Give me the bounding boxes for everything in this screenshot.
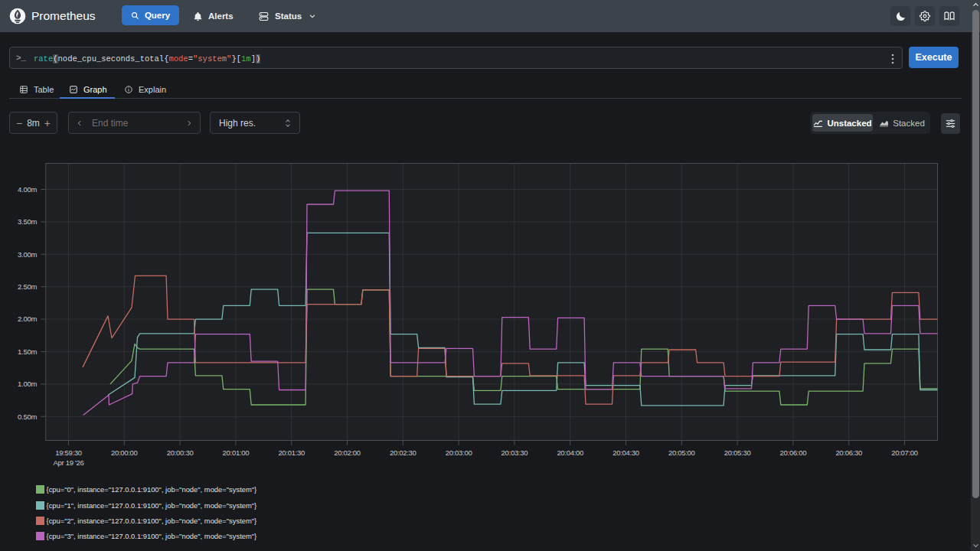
svg-text:20:03:00: 20:03:00: [446, 448, 472, 457]
svg-text:20:06:30: 20:06:30: [835, 448, 862, 457]
svg-text:3.00m: 3.00m: [18, 250, 37, 259]
svg-text:20:02:00: 20:02:00: [334, 448, 361, 457]
svg-text:3.50m: 3.50m: [18, 217, 37, 226]
svg-text:20:05:30: 20:05:30: [724, 448, 751, 457]
svg-text:1.50m: 1.50m: [18, 347, 37, 356]
svg-text:Apr 19 '26: Apr 19 '26: [53, 458, 83, 467]
svg-text:20:06:00: 20:06:00: [780, 448, 807, 457]
svg-text:20:01:00: 20:01:00: [223, 448, 250, 457]
svg-text:20:00:30: 20:00:30: [167, 448, 194, 457]
svg-text:1.00m: 1.00m: [18, 380, 37, 388]
svg-text:20:01:30: 20:01:30: [278, 448, 305, 457]
svg-text:20:00:00: 20:00:00: [111, 448, 138, 457]
svg-text:20:02:30: 20:02:30: [390, 448, 416, 457]
svg-text:20:04:00: 20:04:00: [557, 448, 583, 457]
svg-text:20:05:00: 20:05:00: [668, 448, 695, 457]
svg-text:19:59:30: 19:59:30: [55, 448, 82, 457]
svg-text:2.00m: 2.00m: [18, 315, 37, 323]
svg-text:20:03:30: 20:03:30: [501, 448, 528, 457]
svg-text:0.50m: 0.50m: [18, 412, 37, 421]
svg-text:20:04:30: 20:04:30: [612, 448, 639, 457]
svg-text:4.00m: 4.00m: [18, 185, 37, 194]
svg-text:20:07:00: 20:07:00: [891, 448, 918, 457]
svg-text:2.50m: 2.50m: [18, 282, 37, 291]
